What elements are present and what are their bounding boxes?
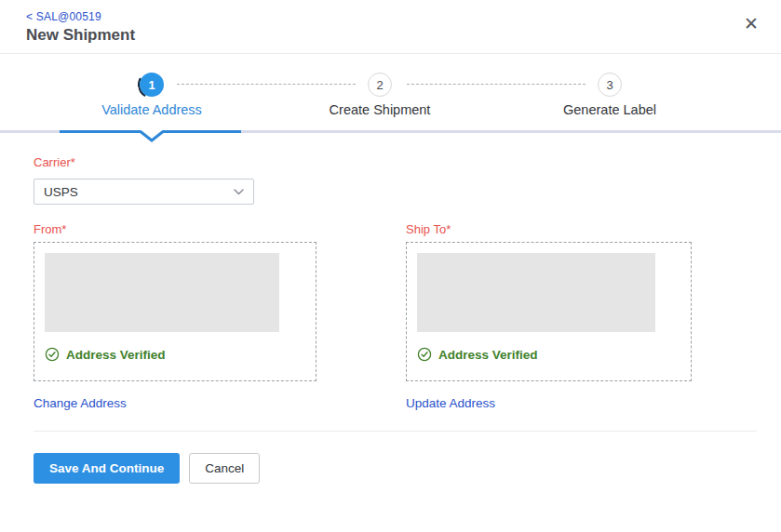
carrier-select[interactable]: USPS	[34, 179, 254, 205]
save-and-continue-button[interactable]: Save And Continue	[34, 453, 180, 484]
step-3-circle[interactable]: 3	[598, 73, 622, 97]
address-row: From* Address Verified Change Address Sh…	[34, 222, 757, 410]
check-circle-icon	[417, 347, 432, 362]
step-connector	[177, 84, 356, 85]
underline-track	[241, 130, 781, 133]
breadcrumb[interactable]: < SAL@00519	[26, 10, 755, 23]
new-shipment-modal: < SAL@00519 New Shipment ✕ 1 2 3 Validat…	[0, 0, 781, 484]
stepper: 1 2 3 Validate Address Create Shipment G…	[0, 54, 781, 130]
ship-to-section: Ship To* Address Verified Update Address	[406, 222, 692, 410]
carrier-selected-value: USPS	[44, 185, 78, 199]
ship-to-verified-status: Address Verified	[438, 348, 538, 362]
modal-header: < SAL@00519 New Shipment ✕	[0, 0, 781, 54]
from-section: From* Address Verified Change Address	[34, 222, 316, 410]
tab-validate-address[interactable]: Validate Address	[49, 102, 254, 117]
from-verified-row: Address Verified	[45, 347, 305, 362]
from-label: From*	[34, 222, 316, 236]
change-address-link[interactable]: Change Address	[34, 396, 316, 410]
tab-create-shipment[interactable]: Create Shipment	[277, 102, 482, 117]
carrier-label: Carrier*	[34, 155, 757, 169]
ship-to-label: Ship To*	[406, 222, 692, 236]
step-1-circle[interactable]: 1	[140, 73, 164, 97]
chevron-down-icon	[234, 189, 244, 195]
step-2-circle[interactable]: 2	[368, 73, 392, 97]
ship-to-address-box: Address Verified	[406, 242, 692, 381]
active-tab-indicator	[60, 130, 241, 143]
from-verified-status: Address Verified	[66, 348, 166, 362]
check-circle-icon	[45, 347, 60, 362]
ship-to-verified-row: Address Verified	[417, 347, 680, 362]
page-title: New Shipment	[26, 26, 755, 45]
cancel-button[interactable]: Cancel	[189, 453, 260, 484]
tab-underline	[0, 130, 781, 143]
close-icon[interactable]: ✕	[744, 15, 759, 33]
from-address-redacted	[45, 253, 279, 332]
step-connector	[407, 84, 586, 85]
form-content: Carrier* USPS From* Address Verif	[0, 143, 781, 410]
update-address-link[interactable]: Update Address	[406, 396, 692, 410]
from-address-box: Address Verified	[34, 242, 316, 381]
tab-generate-label[interactable]: Generate Label	[507, 102, 712, 117]
ship-to-address-redacted	[417, 253, 655, 332]
underline-track	[0, 130, 60, 133]
footer-buttons: Save And Continue Cancel	[0, 432, 781, 484]
